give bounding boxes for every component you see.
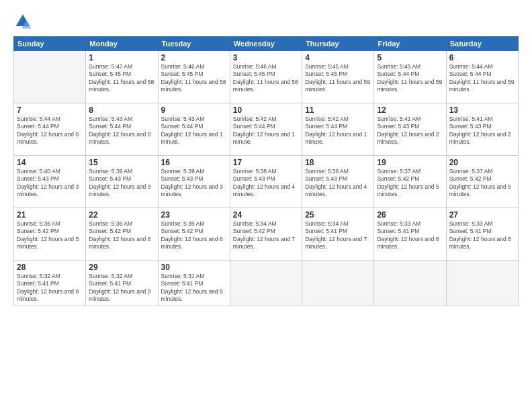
weekday-header: Sunday [14,37,86,51]
calendar-day-cell: 12Sunrise: 5:41 AM Sunset: 5:43 PM Dayli… [374,103,446,156]
day-info: Sunrise: 5:32 AM Sunset: 5:41 PM Dayligh… [89,273,154,304]
day-info: Sunrise: 5:39 AM Sunset: 5:43 PM Dayligh… [89,168,154,199]
calendar-day-cell: 29Sunrise: 5:32 AM Sunset: 5:41 PM Dayli… [86,261,158,306]
calendar-day-cell: 25Sunrise: 5:34 AM Sunset: 5:41 PM Dayli… [302,208,374,261]
day-info: Sunrise: 5:43 AM Sunset: 5:44 PM Dayligh… [161,116,227,146]
weekday-header: Saturday [446,37,518,51]
day-info: Sunrise: 5:45 AM Sunset: 5:45 PM Dayligh… [305,63,371,94]
calendar-day-cell: 15Sunrise: 5:39 AM Sunset: 5:43 PM Dayli… [86,156,158,208]
calendar-day-cell: 16Sunrise: 5:39 AM Sunset: 5:43 PM Dayli… [158,156,230,208]
calendar-day-cell [230,261,302,306]
calendar-day-cell: 22Sunrise: 5:36 AM Sunset: 5:42 PM Dayli… [86,208,158,261]
calendar-week-row: 21Sunrise: 5:36 AM Sunset: 5:42 PM Dayli… [14,208,519,261]
day-number: 21 [17,210,83,220]
calendar-day-cell [446,261,518,306]
day-number: 26 [377,210,443,220]
day-number: 30 [161,263,227,272]
day-info: Sunrise: 5:32 AM Sunset: 5:41 PM Dayligh… [17,273,83,304]
logo [13,12,35,31]
logo-icon [13,12,32,31]
day-info: Sunrise: 5:38 AM Sunset: 5:43 PM Dayligh… [305,168,371,199]
day-number: 27 [449,210,515,220]
day-number: 29 [89,263,154,272]
day-number: 23 [161,210,227,220]
calendar-day-cell: 10Sunrise: 5:42 AM Sunset: 5:44 PM Dayli… [230,103,302,156]
day-number: 22 [89,210,154,220]
calendar-body: 1Sunrise: 5:47 AM Sunset: 5:45 PM Daylig… [14,51,519,306]
calendar-day-cell: 17Sunrise: 5:38 AM Sunset: 5:43 PM Dayli… [230,156,302,208]
calendar-header: SundayMondayTuesdayWednesdayThursdayFrid… [14,37,519,51]
day-number: 20 [449,158,515,167]
calendar-day-cell [374,261,446,306]
weekday-row: SundayMondayTuesdayWednesdayThursdayFrid… [14,37,519,51]
day-info: Sunrise: 5:33 AM Sunset: 5:41 PM Dayligh… [377,220,443,251]
calendar-day-cell: 20Sunrise: 5:37 AM Sunset: 5:42 PM Dayli… [446,156,518,208]
day-info: Sunrise: 5:36 AM Sunset: 5:42 PM Dayligh… [17,220,83,251]
calendar-day-cell: 8Sunrise: 5:43 AM Sunset: 5:44 PM Daylig… [86,103,158,156]
day-number: 28 [17,263,83,272]
day-number: 25 [305,210,371,220]
page: SundayMondayTuesdayWednesdayThursdayFrid… [0,0,532,411]
day-info: Sunrise: 5:41 AM Sunset: 5:43 PM Dayligh… [377,116,443,146]
day-number: 9 [161,105,227,115]
day-number: 1 [89,53,154,62]
day-info: Sunrise: 5:39 AM Sunset: 5:43 PM Dayligh… [161,168,227,199]
day-number: 2 [161,53,227,62]
day-info: Sunrise: 5:37 AM Sunset: 5:42 PM Dayligh… [377,168,443,199]
day-info: Sunrise: 5:31 AM Sunset: 5:41 PM Dayligh… [161,273,227,304]
calendar-day-cell: 14Sunrise: 5:40 AM Sunset: 5:43 PM Dayli… [14,156,86,208]
day-info: Sunrise: 5:41 AM Sunset: 5:43 PM Dayligh… [449,116,515,146]
day-number: 4 [305,53,371,62]
day-number: 5 [377,53,443,62]
day-info: Sunrise: 5:36 AM Sunset: 5:42 PM Dayligh… [89,220,154,251]
day-info: Sunrise: 5:37 AM Sunset: 5:42 PM Dayligh… [449,168,515,199]
calendar-day-cell [302,261,374,306]
day-number: 13 [449,105,515,115]
calendar-day-cell: 4Sunrise: 5:45 AM Sunset: 5:45 PM Daylig… [302,51,374,103]
header [13,12,519,31]
day-info: Sunrise: 5:44 AM Sunset: 5:44 PM Dayligh… [17,116,83,146]
day-number: 19 [377,158,443,167]
day-info: Sunrise: 5:47 AM Sunset: 5:45 PM Dayligh… [89,63,154,94]
calendar-day-cell: 23Sunrise: 5:35 AM Sunset: 5:42 PM Dayli… [158,208,230,261]
calendar-day-cell: 21Sunrise: 5:36 AM Sunset: 5:42 PM Dayli… [14,208,86,261]
day-number: 16 [161,158,227,167]
calendar-day-cell [14,51,86,103]
day-number: 14 [17,158,83,167]
day-info: Sunrise: 5:34 AM Sunset: 5:42 PM Dayligh… [233,220,299,251]
calendar-day-cell: 2Sunrise: 5:46 AM Sunset: 5:45 PM Daylig… [158,51,230,103]
day-info: Sunrise: 5:42 AM Sunset: 5:44 PM Dayligh… [233,116,299,146]
day-number: 7 [17,105,83,115]
day-number: 24 [233,210,299,220]
calendar-day-cell: 6Sunrise: 5:44 AM Sunset: 5:44 PM Daylig… [446,51,518,103]
weekday-header: Tuesday [158,37,230,51]
calendar-day-cell: 19Sunrise: 5:37 AM Sunset: 5:42 PM Dayli… [374,156,446,208]
calendar-day-cell: 30Sunrise: 5:31 AM Sunset: 5:41 PM Dayli… [158,261,230,306]
day-info: Sunrise: 5:40 AM Sunset: 5:43 PM Dayligh… [17,168,83,199]
day-info: Sunrise: 5:43 AM Sunset: 5:44 PM Dayligh… [89,116,154,146]
weekday-header: Monday [86,37,158,51]
calendar-day-cell: 3Sunrise: 5:46 AM Sunset: 5:45 PM Daylig… [230,51,302,103]
day-info: Sunrise: 5:34 AM Sunset: 5:41 PM Dayligh… [305,220,371,251]
day-number: 12 [377,105,443,115]
day-number: 18 [305,158,371,167]
day-number: 15 [89,158,154,167]
weekday-header: Friday [374,37,446,51]
calendar-week-row: 14Sunrise: 5:40 AM Sunset: 5:43 PM Dayli… [14,156,519,208]
day-number: 10 [233,105,299,115]
calendar-week-row: 1Sunrise: 5:47 AM Sunset: 5:45 PM Daylig… [14,51,519,103]
calendar-day-cell: 27Sunrise: 5:33 AM Sunset: 5:41 PM Dayli… [446,208,518,261]
calendar-week-row: 7Sunrise: 5:44 AM Sunset: 5:44 PM Daylig… [14,103,519,156]
day-info: Sunrise: 5:35 AM Sunset: 5:42 PM Dayligh… [161,220,227,251]
calendar-day-cell: 1Sunrise: 5:47 AM Sunset: 5:45 PM Daylig… [86,51,158,103]
day-number: 17 [233,158,299,167]
day-info: Sunrise: 5:46 AM Sunset: 5:45 PM Dayligh… [233,63,299,94]
calendar-table: SundayMondayTuesdayWednesdayThursdayFrid… [13,36,519,306]
day-number: 6 [449,53,515,62]
calendar-day-cell: 18Sunrise: 5:38 AM Sunset: 5:43 PM Dayli… [302,156,374,208]
calendar-day-cell: 5Sunrise: 5:45 AM Sunset: 5:44 PM Daylig… [374,51,446,103]
calendar-day-cell: 28Sunrise: 5:32 AM Sunset: 5:41 PM Dayli… [14,261,86,306]
calendar-day-cell: 11Sunrise: 5:42 AM Sunset: 5:44 PM Dayli… [302,103,374,156]
day-info: Sunrise: 5:33 AM Sunset: 5:41 PM Dayligh… [449,220,515,251]
calendar-day-cell: 13Sunrise: 5:41 AM Sunset: 5:43 PM Dayli… [446,103,518,156]
